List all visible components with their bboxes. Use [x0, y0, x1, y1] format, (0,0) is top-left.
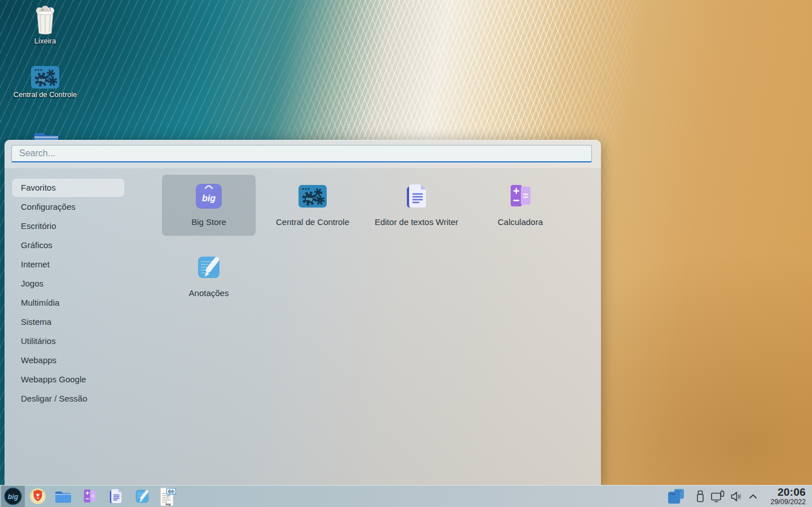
- sidebar-item-favoritos[interactable]: Favoritos: [5, 178, 158, 197]
- favorites-app-grid: big Big Store: [162, 175, 567, 307]
- desktop-icon-control-center[interactable]: big Central de Controle: [3, 66, 87, 99]
- folder-icon: [54, 489, 72, 504]
- desktop-icon-label: Lixeira: [18, 37, 72, 45]
- app-tile-label: Editor de textos Writer: [375, 217, 458, 227]
- sidebar-item-sistema[interactable]: Sistema: [5, 312, 158, 332]
- usb-device-tray[interactable]: [694, 490, 707, 503]
- windows-pager-icon: [667, 488, 685, 505]
- clock-time: 20:06: [770, 487, 806, 497]
- text-to-speech-document-icon: big: [159, 487, 177, 507]
- writer-launcher[interactable]: [107, 488, 124, 505]
- sidebar-item-multimidia[interactable]: Multimídia: [5, 293, 158, 312]
- app-menu-button[interactable]: big: [1, 486, 25, 507]
- desktop-icon-trash[interactable]: Lixeira: [18, 6, 72, 45]
- brave-browser-launcher[interactable]: [29, 488, 46, 505]
- desktop-icon-label: Central de Controle: [3, 90, 87, 99]
- brave-icon: [29, 488, 46, 505]
- notes-icon: [195, 253, 223, 281]
- app-tile-label: Central de Controle: [276, 217, 349, 227]
- app-menu-panel: Favoritos Configurações Escritório Gráfi…: [5, 140, 601, 485]
- sidebar-item-jogos[interactable]: Jogos: [5, 274, 158, 293]
- desktop-screen: Lixeira big Central de Controle: [0, 0, 812, 507]
- big-menu-icon: big: [3, 487, 23, 506]
- big-store-icon: big: [195, 182, 223, 210]
- svg-text:big: big: [202, 193, 216, 203]
- text-to-speech-launcher[interactable]: big: [159, 487, 177, 507]
- display-device-icon: [710, 490, 725, 504]
- sidebar-item-desligar-sessao[interactable]: Desligar / Sessão: [5, 389, 158, 408]
- usb-device-icon: [694, 490, 707, 503]
- chevron-up-icon: [748, 492, 758, 500]
- volume-icon: [730, 490, 743, 503]
- clock-date: 29/09/2022: [770, 499, 806, 506]
- app-tile-anotacoes[interactable]: Anotações: [162, 246, 256, 307]
- volume-tray[interactable]: [730, 490, 743, 503]
- search-input[interactable]: [11, 145, 592, 162]
- sidebar-item-internet[interactable]: Internet: [5, 255, 158, 274]
- svg-text:big: big: [8, 493, 19, 501]
- app-tile-big-store[interactable]: big Big Store: [162, 175, 256, 236]
- sidebar-item-graficos[interactable]: Gráficos: [5, 236, 158, 255]
- svg-text:big: big: [306, 196, 313, 201]
- notes-launcher[interactable]: [134, 488, 151, 505]
- calculator-icon: [506, 182, 534, 210]
- app-tile-label: Big Store: [191, 217, 226, 227]
- sidebar-item-webapps-google[interactable]: Webapps Google: [5, 370, 158, 389]
- file-manager-launcher[interactable]: [54, 489, 72, 504]
- sidebar-item-escritorio[interactable]: Escritório: [5, 217, 158, 236]
- expand-tray-button[interactable]: [748, 492, 758, 500]
- trash-icon: [32, 6, 59, 35]
- control-center-icon: big: [299, 182, 327, 210]
- sidebar-item-configuracoes[interactable]: Configurações: [5, 197, 158, 217]
- sidebar-item-webapps[interactable]: Webapps: [5, 351, 158, 370]
- sidebar-item-utilitarios[interactable]: Utilitários: [5, 332, 158, 351]
- svg-text:big: big: [38, 77, 45, 82]
- app-tile-calculadora[interactable]: Calculadora: [473, 175, 567, 236]
- calculator-launcher[interactable]: [81, 488, 98, 505]
- app-tile-writer[interactable]: Editor de textos Writer: [370, 175, 463, 236]
- calculator-icon: [81, 488, 98, 505]
- digital-clock[interactable]: 20:06 29/09/2022: [770, 487, 806, 506]
- svg-text:big: big: [165, 502, 170, 506]
- app-tile-label: Calculadora: [498, 217, 543, 227]
- writer-document-icon: [402, 182, 431, 210]
- app-tile-central-de-controle[interactable]: big Central de Controle: [266, 175, 359, 236]
- app-tile-label: Anotações: [189, 288, 229, 298]
- taskbar: big: [0, 485, 812, 507]
- control-center-icon: big: [31, 66, 59, 89]
- notes-icon: [134, 488, 151, 505]
- writer-document-icon: [107, 488, 124, 505]
- display-device-tray[interactable]: [710, 490, 725, 504]
- windows-pager-tray[interactable]: [667, 488, 685, 505]
- category-sidebar: Favoritos Configurações Escritório Gráfi…: [5, 178, 158, 408]
